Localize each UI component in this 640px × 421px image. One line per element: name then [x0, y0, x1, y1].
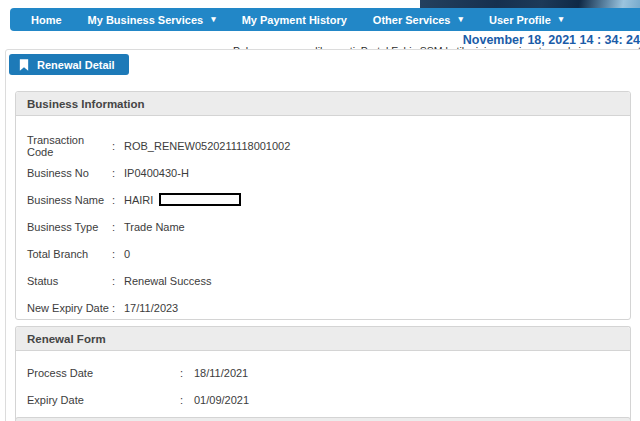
field-label: Process Date — [27, 367, 180, 379]
nav-item-my-business-services[interactable]: My Business Services ▾ — [75, 8, 229, 31]
field-label: Business No — [27, 167, 112, 179]
colon-separator: : — [112, 248, 124, 260]
renewal-form-row: Expiry Date : 01/09/2021 — [27, 386, 630, 413]
renewal-form-rows: Process Date : 18/11/2021 Expiry Date : … — [16, 351, 630, 421]
bookmark-icon — [19, 59, 29, 71]
business-info-row: Transaction Code : ROB_RENEW052021111800… — [27, 132, 630, 159]
field-label: Business Name — [27, 194, 112, 206]
colon-separator: : — [112, 275, 124, 287]
nav-item-my-payment-history[interactable]: My Payment History — [229, 8, 360, 31]
field-label: Status — [27, 275, 112, 287]
field-label: New Expiry Date — [27, 302, 112, 314]
business-info-row: Business Type : Trade Name — [27, 213, 630, 240]
colon-separator: : — [180, 394, 194, 406]
business-information-rows: Transaction Code : ROB_RENEW052021111800… — [16, 116, 630, 321]
business-info-row: Business Name : HAIRI — [27, 186, 630, 213]
business-info-row: Business No : IP0400430-H — [27, 159, 630, 186]
field-value: ROB_RENEW0520211118001002 — [124, 140, 290, 152]
field-label: Business Type — [27, 221, 112, 233]
field-label: Total Branch — [27, 248, 112, 260]
business-info-row: Status : Renewal Success — [27, 267, 630, 294]
renewal-form-header: Renewal Form — [16, 327, 630, 351]
colon-separator: : — [180, 367, 194, 379]
colon-separator: : — [112, 221, 124, 233]
nav-item-other-services[interactable]: Other Services ▾ — [360, 8, 476, 31]
redaction-box — [159, 193, 241, 206]
field-value: 18/11/2021 — [194, 367, 248, 379]
business-info-row: Total Branch : 0 — [27, 240, 630, 267]
business-information-header: Business Information — [16, 92, 630, 116]
business-info-row: New Expiry Date : 17/11/2023 — [27, 294, 630, 321]
business-information-panel: Business Information Transaction Code : … — [15, 91, 631, 320]
nav-item-user-profile[interactable]: User Profile ▾ — [476, 8, 576, 31]
page: Home My Business Services ▾ My Payment H… — [0, 0, 640, 421]
field-value: 17/11/2023 — [124, 302, 178, 314]
field-label: Transaction Code — [27, 134, 112, 158]
chevron-down-icon: ▾ — [559, 15, 564, 24]
field-label: Expiry Date — [27, 394, 180, 406]
field-value: IP0400430-H — [124, 167, 189, 179]
field-value: 01/09/2021 — [194, 394, 249, 406]
chevron-down-icon: ▾ — [211, 15, 216, 24]
field-value: HAIRI — [124, 194, 153, 206]
field-value: Trade Name — [124, 221, 185, 233]
colon-separator: : — [112, 140, 124, 152]
field-value: Renewal Success — [124, 275, 211, 287]
next-panel-header-cutoff — [15, 417, 631, 421]
content-container: Renewal Detail Business Information Tran… — [5, 49, 640, 421]
main-navbar: Home My Business Services ▾ My Payment H… — [10, 8, 640, 31]
renewal-form-panel: Renewal Form Process Date : 18/11/2021 E… — [15, 326, 631, 421]
renewal-form-row: Process Date : 18/11/2021 — [27, 359, 630, 386]
nav-item-home[interactable]: Home — [18, 8, 75, 31]
renewal-detail-label: Renewal Detail — [37, 59, 115, 71]
chevron-down-icon: ▾ — [458, 15, 463, 24]
colon-separator: : — [112, 194, 124, 206]
colon-separator: : — [112, 302, 124, 314]
field-value: 0 — [124, 248, 130, 260]
colon-separator: : — [112, 167, 124, 179]
renewal-detail-button[interactable]: Renewal Detail — [9, 54, 129, 75]
